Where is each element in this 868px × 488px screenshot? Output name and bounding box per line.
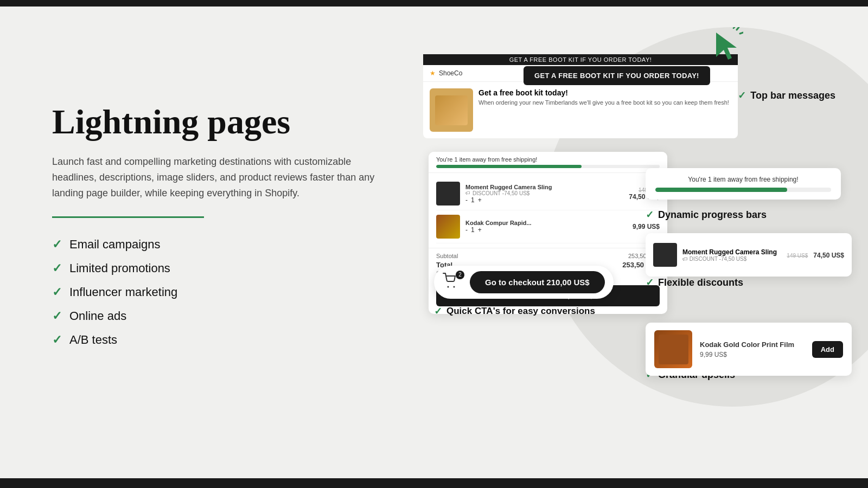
cart-item-1-name: Moment Rugged Camera Sling (465, 184, 623, 190)
discount-item-info: Moment Rugged Camera Sling 🏷 DISCOUNT -7… (682, 248, 777, 262)
feature-email-campaigns: ✓ Email campaigns (52, 237, 388, 252)
feature-online-ads: ✓ Online ads (52, 309, 388, 323)
qty-control-2: - 1 + (465, 226, 627, 234)
progress-bar-fill (436, 165, 582, 168)
right-section: GET A FREE BOOT KIT IF YOU ORDER TODAY! … (380, 0, 868, 488)
qty-plus-2[interactable]: + (478, 226, 482, 234)
cart-item-1: Moment Rugged Camera Sling 🏷 DISCOUNT -7… (436, 177, 660, 210)
check-icon-5: ✓ (52, 333, 62, 347)
feature-list: ✓ Email campaigns ✓ Limited promotions ✓… (52, 237, 388, 347)
upsell-name: Kodak Gold Color Print Film (700, 341, 805, 349)
check-icon-2: ✓ (52, 261, 62, 275)
quick-cta-label: Quick CTA's for easy conversions (446, 306, 595, 317)
page-subtitle: Launch fast and compelling marketing des… (52, 154, 388, 201)
progress-bar-fill-large (655, 188, 787, 192)
tag-icon-discount: 🏷 (682, 256, 688, 262)
label-quick-cta: ✓ Quick CTA's for easy conversions (434, 305, 595, 317)
check-icon-cta: ✓ (434, 305, 442, 317)
tag-icon-1: 🏷 (465, 190, 470, 196)
progress-bar-track (436, 165, 660, 168)
check-icon-1: ✓ (52, 237, 62, 252)
store-name: ShoeCo (439, 69, 462, 77)
discount-item-1: Moment Rugged Camera Sling 🏷 DISCOUNT -7… (653, 240, 844, 270)
upsell-info: Kodak Gold Color Print Film 9,99 US$ (700, 341, 805, 358)
cart-item-2-info: Kodak Compur Rapid... - 1 + (465, 220, 627, 234)
discount-new-price: 74,50 US$ (813, 252, 844, 259)
upsell-price: 9,99 US$ (700, 351, 805, 358)
feature-limited-promos: ✓ Limited promotions (52, 261, 388, 275)
feature-label-4: Online ads (69, 309, 126, 323)
free-ship-text: You're 1 item away from free shipping! (436, 156, 660, 163)
check-icon-top-bar: ✓ (738, 89, 746, 101)
boot-image (430, 88, 473, 132)
cart-item-1-discount: 🏷 DISCOUNT -74,50 US$ (465, 190, 623, 196)
cursor-icon (711, 27, 743, 65)
qty-control-1: - 1 + (465, 196, 623, 204)
subtotal-row: Subtotal 253,50 US$ (436, 253, 660, 259)
svg-point-5 (454, 286, 455, 287)
subtotal-label: Subtotal (436, 253, 458, 259)
cart-item-2: Kodak Compur Rapid... - 1 + 9,99 US$ (436, 210, 660, 243)
feature-ab-tests: ✓ A/B tests (52, 333, 388, 347)
cart-item-2-prices: 9,99 US$ (633, 223, 660, 230)
checkout-pill-button[interactable]: Go to checkout 210,00 US$ (470, 271, 605, 293)
discount-item-name: Moment Rugged Camera Sling (682, 248, 777, 256)
svg-point-4 (448, 286, 449, 287)
upsell-card: Kodak Gold Color Print Film 9,99 US$ Add (646, 323, 852, 376)
discount-prices: 149 US$ 74,50 US$ (787, 250, 844, 260)
svg-line-0 (737, 27, 739, 30)
qty-plus-1[interactable]: + (478, 196, 482, 204)
boot-img-inner (435, 95, 468, 125)
cart-items: Moment Rugged Camera Sling 🏷 DISCOUNT -7… (429, 173, 667, 248)
progress-bar-track-large (655, 188, 831, 192)
qty-value-1: 1 (471, 196, 475, 204)
shopify-top-bar-text: GET A FREE BOOT KIT IF YOU ORDER TODAY! (423, 54, 738, 65)
camera-item-image (436, 182, 460, 206)
discount-item-image (653, 243, 677, 267)
label-top-bar-messages: ✓ Top bar messages (738, 89, 835, 101)
discount-item-discount: 🏷 DISCOUNT -74,50 US$ (682, 256, 777, 262)
top-bar-messages-label: Top bar messages (750, 90, 835, 101)
discount-original-price: 149 US$ (787, 253, 808, 259)
checkout-cta-bar: 2 Go to checkout 210,00 US$ (434, 266, 614, 299)
svg-line-2 (733, 27, 735, 28)
boot-headline: Get a free boot kit today! (478, 88, 729, 97)
feature-label-3: Influencer marketing (69, 285, 177, 299)
price-new-2: 9,99 US$ (633, 223, 660, 230)
feature-influencer: ✓ Influencer marketing (52, 285, 388, 299)
check-icon-progress: ✓ (646, 209, 654, 221)
boot-description: When ordering your new Timberlands we'll… (478, 99, 729, 106)
progress-float-text: You're 1 item away from free shipping! (655, 176, 831, 183)
boot-text: Get a free boot kit today! When ordering… (478, 88, 729, 132)
cart-icon-wrapper: 2 (443, 273, 462, 292)
qty-minus-1[interactable]: - (465, 196, 468, 204)
cart-item-2-name: Kodak Compur Rapid... (465, 220, 627, 226)
flexible-discounts-label: Flexible discounts (658, 277, 743, 288)
notification-bubble: GET A FREE BOOT KIT IF YOU ORDER TODAY! (524, 66, 710, 85)
notification-text: GET A FREE BOOT KIT IF YOU ORDER TODAY! (534, 72, 699, 80)
feature-label-5: A/B tests (69, 333, 117, 347)
left-content: Lightning pages Launch fast and compelli… (52, 103, 388, 347)
dynamic-progress-label: Dynamic progress bars (658, 209, 767, 221)
kodak-item-image (436, 215, 460, 239)
discount-float-card: Moment Rugged Camera Sling 🏷 DISCOUNT -7… (646, 233, 852, 277)
svg-marker-3 (716, 33, 737, 60)
upsell-add-button[interactable]: Add (812, 341, 843, 358)
progress-float-card: You're 1 item away from free shipping! (646, 168, 841, 200)
svg-line-1 (740, 33, 743, 34)
upsell-img-inner (659, 335, 688, 364)
cart-item-1-info: Moment Rugged Camera Sling 🏷 DISCOUNT -7… (465, 184, 623, 204)
page-title: Lightning pages (52, 103, 388, 141)
check-icon-3: ✓ (52, 285, 62, 299)
cart-header: You're 1 item away from free shipping! (429, 152, 667, 173)
label-dynamic-progress: ✓ Dynamic progress bars (646, 209, 767, 221)
check-icon-discounts: ✓ (646, 277, 654, 288)
star-icon: ★ (430, 69, 436, 77)
qty-minus-2[interactable]: - (465, 226, 468, 234)
qty-value-2: 1 (471, 226, 475, 234)
cart-badge: 2 (456, 271, 464, 279)
divider (52, 216, 204, 218)
shopify-body: Get a free boot kit today! When ordering… (423, 82, 738, 138)
label-flexible-discounts: ✓ Flexible discounts (646, 277, 743, 288)
check-icon-4: ✓ (52, 309, 62, 323)
